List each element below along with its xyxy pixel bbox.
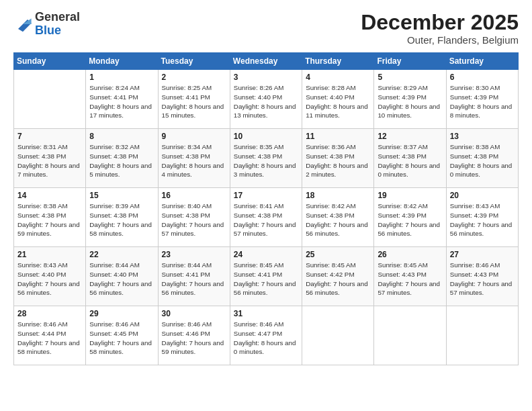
calendar-week-row: 21Sunrise: 8:43 AMSunset: 4:40 PMDayligh…: [14, 247, 519, 306]
calendar-day-11: 11Sunrise: 8:36 AMSunset: 4:38 PMDayligh…: [302, 129, 374, 188]
calendar-day-9: 9Sunrise: 8:34 AMSunset: 4:38 PMDaylight…: [158, 129, 230, 188]
day-info: Sunrise: 8:37 AMSunset: 4:38 PMDaylight:…: [378, 142, 442, 179]
calendar-day-4: 4Sunrise: 8:28 AMSunset: 4:40 PMDaylight…: [302, 70, 374, 129]
day-number: 4: [306, 73, 370, 82]
day-info: Sunrise: 8:26 AMSunset: 4:40 PMDaylight:…: [234, 83, 298, 120]
day-number: 2: [162, 73, 226, 82]
calendar-week-row: 28Sunrise: 8:46 AMSunset: 4:44 PMDayligh…: [14, 306, 519, 365]
day-info: Sunrise: 8:43 AMSunset: 4:40 PMDaylight:…: [17, 261, 82, 298]
day-info: Sunrise: 8:46 AMSunset: 4:46 PMDaylight:…: [162, 320, 226, 357]
day-info: Sunrise: 8:42 AMSunset: 4:39 PMDaylight:…: [378, 201, 442, 238]
weekday-header-friday: Friday: [374, 53, 446, 70]
day-info: Sunrise: 8:42 AMSunset: 4:38 PMDaylight:…: [306, 201, 370, 238]
day-info: Sunrise: 8:38 AMSunset: 4:38 PMDaylight:…: [450, 142, 515, 179]
day-info: Sunrise: 8:28 AMSunset: 4:40 PMDaylight:…: [306, 83, 370, 120]
calendar-day-27: 27Sunrise: 8:46 AMSunset: 4:43 PMDayligh…: [446, 247, 518, 306]
day-info: Sunrise: 8:35 AMSunset: 4:38 PMDaylight:…: [234, 142, 298, 179]
day-info: Sunrise: 8:46 AMSunset: 4:45 PMDaylight:…: [89, 320, 154, 357]
day-info: Sunrise: 8:44 AMSunset: 4:40 PMDaylight:…: [89, 261, 154, 298]
day-number: 6: [450, 73, 515, 82]
weekday-header-monday: Monday: [86, 53, 158, 70]
day-number: 31: [234, 309, 298, 318]
day-number: 16: [162, 191, 226, 200]
logo-blue: Blue: [35, 24, 80, 38]
day-number: 5: [378, 73, 442, 82]
day-number: 26: [378, 250, 442, 259]
day-info: Sunrise: 8:46 AMSunset: 4:47 PMDaylight:…: [234, 320, 298, 357]
calendar-day-30: 30Sunrise: 8:46 AMSunset: 4:46 PMDayligh…: [158, 306, 230, 365]
page: General Blue December 2025 Outer, Flande…: [0, 0, 532, 411]
day-info: Sunrise: 8:24 AMSunset: 4:41 PMDaylight:…: [89, 83, 154, 120]
calendar-day-29: 29Sunrise: 8:46 AMSunset: 4:45 PMDayligh…: [86, 306, 158, 365]
calendar-day-12: 12Sunrise: 8:37 AMSunset: 4:38 PMDayligh…: [374, 129, 446, 188]
weekday-header-sunday: Sunday: [14, 53, 86, 70]
day-number: 29: [89, 309, 154, 318]
logo: General Blue: [13, 11, 80, 38]
calendar-day-31: 31Sunrise: 8:46 AMSunset: 4:47 PMDayligh…: [230, 306, 302, 365]
day-info: Sunrise: 8:25 AMSunset: 4:41 PMDaylight:…: [162, 83, 226, 120]
calendar-day-22: 22Sunrise: 8:44 AMSunset: 4:40 PMDayligh…: [86, 247, 158, 306]
calendar-week-row: 1Sunrise: 8:24 AMSunset: 4:41 PMDaylight…: [14, 70, 519, 129]
day-info: Sunrise: 8:30 AMSunset: 4:39 PMDaylight:…: [450, 83, 515, 120]
day-number: 14: [17, 191, 82, 200]
calendar-day-3: 3Sunrise: 8:26 AMSunset: 4:40 PMDaylight…: [230, 70, 302, 129]
day-number: 19: [378, 191, 442, 200]
day-number: 15: [89, 191, 154, 200]
title-block: December 2025 Outer, Flanders, Belgium: [361, 11, 519, 46]
calendar-empty-cell: [374, 306, 446, 365]
day-info: Sunrise: 8:32 AMSunset: 4:38 PMDaylight:…: [89, 142, 154, 179]
calendar-title: December 2025: [361, 11, 519, 34]
calendar-day-13: 13Sunrise: 8:38 AMSunset: 4:38 PMDayligh…: [446, 129, 518, 188]
weekday-header-row: SundayMondayTuesdayWednesdayThursdayFrid…: [14, 53, 519, 70]
calendar-day-25: 25Sunrise: 8:45 AMSunset: 4:42 PMDayligh…: [302, 247, 374, 306]
header: General Blue December 2025 Outer, Flande…: [13, 11, 519, 46]
calendar-day-5: 5Sunrise: 8:29 AMSunset: 4:39 PMDaylight…: [374, 70, 446, 129]
day-number: 11: [306, 132, 370, 141]
day-number: 13: [450, 132, 515, 141]
calendar-day-8: 8Sunrise: 8:32 AMSunset: 4:38 PMDaylight…: [86, 129, 158, 188]
day-number: 9: [162, 132, 226, 141]
calendar-day-16: 16Sunrise: 8:40 AMSunset: 4:38 PMDayligh…: [158, 188, 230, 247]
day-number: 28: [17, 309, 82, 318]
calendar-day-21: 21Sunrise: 8:43 AMSunset: 4:40 PMDayligh…: [14, 247, 86, 306]
day-number: 23: [162, 250, 226, 259]
calendar-day-7: 7Sunrise: 8:31 AMSunset: 4:38 PMDaylight…: [14, 129, 86, 188]
day-info: Sunrise: 8:39 AMSunset: 4:38 PMDaylight:…: [89, 201, 154, 238]
weekday-header-thursday: Thursday: [302, 53, 374, 70]
calendar-day-24: 24Sunrise: 8:45 AMSunset: 4:41 PMDayligh…: [230, 247, 302, 306]
day-number: 27: [450, 250, 515, 259]
calendar-day-28: 28Sunrise: 8:46 AMSunset: 4:44 PMDayligh…: [14, 306, 86, 365]
day-number: 7: [17, 132, 82, 141]
calendar-day-26: 26Sunrise: 8:45 AMSunset: 4:43 PMDayligh…: [374, 247, 446, 306]
day-info: Sunrise: 8:36 AMSunset: 4:38 PMDaylight:…: [306, 142, 370, 179]
weekday-header-tuesday: Tuesday: [158, 53, 230, 70]
day-number: 1: [89, 73, 154, 82]
day-info: Sunrise: 8:40 AMSunset: 4:38 PMDaylight:…: [162, 201, 226, 238]
calendar-day-20: 20Sunrise: 8:43 AMSunset: 4:39 PMDayligh…: [446, 188, 518, 247]
day-info: Sunrise: 8:45 AMSunset: 4:43 PMDaylight:…: [378, 261, 442, 298]
day-info: Sunrise: 8:31 AMSunset: 4:38 PMDaylight:…: [17, 142, 82, 179]
logo-icon: [13, 15, 32, 34]
day-info: Sunrise: 8:45 AMSunset: 4:42 PMDaylight:…: [306, 261, 370, 298]
day-number: 10: [234, 132, 298, 141]
day-number: 3: [234, 73, 298, 82]
calendar-subtitle: Outer, Flanders, Belgium: [361, 34, 519, 46]
day-info: Sunrise: 8:44 AMSunset: 4:41 PMDaylight:…: [162, 261, 226, 298]
calendar-week-row: 7Sunrise: 8:31 AMSunset: 4:38 PMDaylight…: [14, 129, 519, 188]
calendar-day-1: 1Sunrise: 8:24 AMSunset: 4:41 PMDaylight…: [86, 70, 158, 129]
weekday-header-wednesday: Wednesday: [230, 53, 302, 70]
calendar-day-6: 6Sunrise: 8:30 AMSunset: 4:39 PMDaylight…: [446, 70, 518, 129]
day-info: Sunrise: 8:46 AMSunset: 4:44 PMDaylight:…: [17, 320, 82, 357]
calendar-empty-cell: [446, 306, 518, 365]
day-info: Sunrise: 8:38 AMSunset: 4:38 PMDaylight:…: [17, 201, 82, 238]
day-info: Sunrise: 8:45 AMSunset: 4:41 PMDaylight:…: [234, 261, 298, 298]
day-info: Sunrise: 8:43 AMSunset: 4:39 PMDaylight:…: [450, 201, 515, 238]
day-number: 17: [234, 191, 298, 200]
day-info: Sunrise: 8:29 AMSunset: 4:39 PMDaylight:…: [378, 83, 442, 120]
day-number: 30: [162, 309, 226, 318]
day-number: 21: [17, 250, 82, 259]
calendar-day-19: 19Sunrise: 8:42 AMSunset: 4:39 PMDayligh…: [374, 188, 446, 247]
calendar-day-15: 15Sunrise: 8:39 AMSunset: 4:38 PMDayligh…: [86, 188, 158, 247]
day-number: 25: [306, 250, 370, 259]
day-number: 22: [89, 250, 154, 259]
